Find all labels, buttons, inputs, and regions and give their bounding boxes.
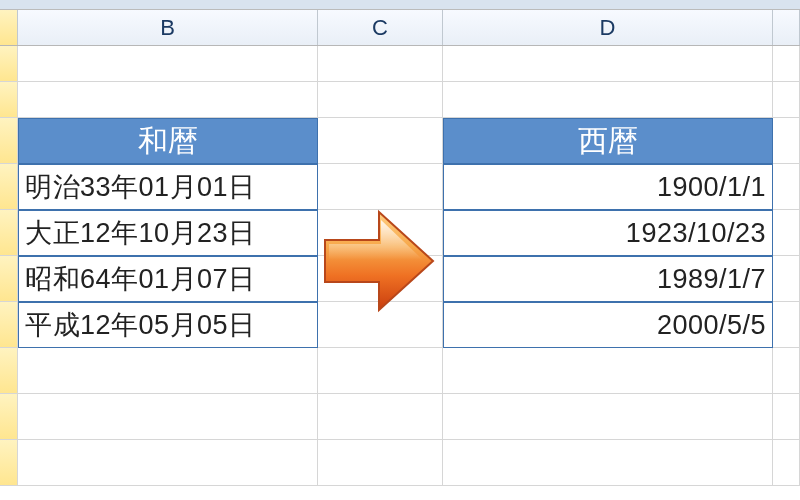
cell[interactable] (443, 46, 773, 82)
cell[interactable] (773, 394, 800, 440)
table-d-cell[interactable]: 2000/5/5 (443, 302, 773, 348)
cell[interactable] (443, 82, 773, 118)
cell[interactable] (18, 348, 318, 394)
cell[interactable] (0, 164, 18, 210)
column-header-row: B C D (0, 10, 800, 46)
cell[interactable] (773, 256, 800, 302)
cell[interactable] (443, 440, 773, 486)
col-header-C[interactable]: C (318, 10, 443, 45)
table-b-cell[interactable]: 大正12年10月23日 (18, 210, 318, 256)
table-d-cell[interactable]: 1989/1/7 (443, 256, 773, 302)
cell[interactable] (18, 82, 318, 118)
table-d-cell[interactable]: 1923/10/23 (443, 210, 773, 256)
cell[interactable] (773, 164, 800, 210)
cell[interactable] (318, 440, 443, 486)
cell[interactable] (18, 394, 318, 440)
cell[interactable] (0, 302, 18, 348)
cell-area: 和暦 西暦 明治33年01月01日 1900/1/1 大正12年10月23日 1… (0, 46, 800, 486)
col-header-E[interactable] (773, 10, 800, 45)
cell[interactable] (773, 302, 800, 348)
cell[interactable] (318, 82, 443, 118)
cell[interactable] (18, 440, 318, 486)
cell[interactable] (773, 82, 800, 118)
cell[interactable] (773, 348, 800, 394)
spreadsheet-grid[interactable]: B C D 和暦 西暦 (0, 10, 800, 500)
table-b-cell[interactable]: 昭和64年01月07日 (18, 256, 318, 302)
cell[interactable] (318, 118, 443, 164)
col-header-D[interactable]: D (443, 10, 773, 45)
table-d-cell[interactable]: 1900/1/1 (443, 164, 773, 210)
cell[interactable] (443, 348, 773, 394)
cell[interactable] (773, 210, 800, 256)
cell[interactable] (0, 256, 18, 302)
cell[interactable] (773, 440, 800, 486)
cell[interactable] (18, 46, 318, 82)
cell[interactable] (0, 348, 18, 394)
cell[interactable] (318, 348, 443, 394)
cell[interactable] (318, 394, 443, 440)
table-b-header[interactable]: 和暦 (18, 118, 318, 164)
cell[interactable] (773, 118, 800, 164)
conversion-arrow (314, 201, 444, 321)
col-header-A[interactable] (0, 10, 18, 45)
table-b-cell[interactable]: 明治33年01月01日 (18, 164, 318, 210)
cell[interactable] (0, 46, 18, 82)
cell[interactable] (0, 394, 18, 440)
table-d-header[interactable]: 西暦 (443, 118, 773, 164)
ribbon-strip (0, 0, 800, 10)
table-b-cell[interactable]: 平成12年05月05日 (18, 302, 318, 348)
cell[interactable] (773, 46, 800, 82)
cell[interactable] (0, 118, 18, 164)
cell[interactable] (0, 82, 18, 118)
right-arrow-icon (319, 206, 439, 316)
cell[interactable] (443, 394, 773, 440)
cell[interactable] (0, 440, 18, 486)
cell[interactable] (318, 46, 443, 82)
col-header-B[interactable]: B (18, 10, 318, 45)
cell[interactable] (0, 210, 18, 256)
